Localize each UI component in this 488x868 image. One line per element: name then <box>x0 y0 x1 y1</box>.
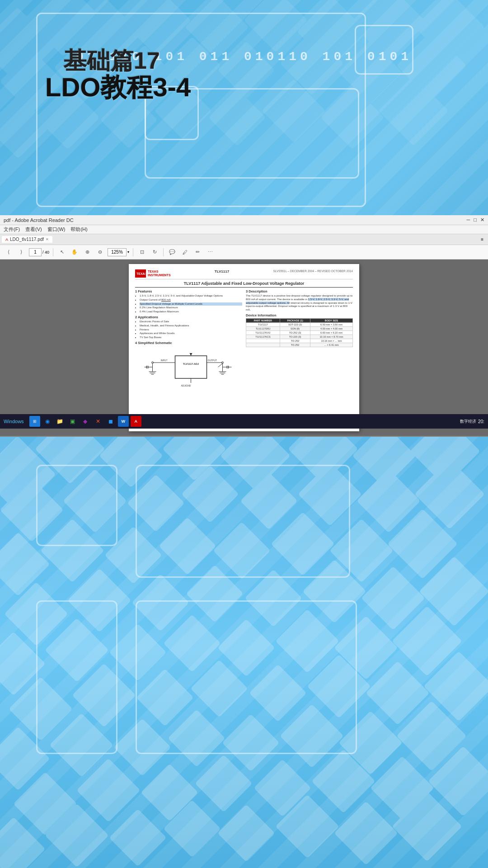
table-row: TLV1117DRJ SON (8) 4.00 mm × 4.00 mm <box>246 326 353 330</box>
table-cell-body-4: 10.16 mm × 8.70 mm <box>310 335 353 339</box>
svg-rect-109 <box>280 704 343 768</box>
svg-rect-27 <box>175 356 207 378</box>
description-heading: 3 Description <box>246 289 353 293</box>
taskbar: Windows ⊞ ◉ 📁 ▣ ◆ ✕ ◼ W A 数字经济 20: <box>0 414 488 429</box>
cursor-tool-btn[interactable]: ↖ <box>57 247 67 257</box>
hand-tool-btn[interactable]: ✋ <box>70 247 80 257</box>
sidebar-toggle-icon[interactable]: ≡ <box>481 237 483 242</box>
svg-text:ADJ/GND: ADJ/GND <box>181 384 191 387</box>
svg-rect-122 <box>109 809 166 866</box>
ti-logo: TEXAS TEXASINSTRUMENTS <box>135 269 171 278</box>
acrobat-titlebar: pdf - Adobe Acrobat Reader DC ─ □ ✕ <box>0 215 488 225</box>
svg-rect-84 <box>244 569 302 627</box>
comment-btn[interactable]: 💬 <box>167 247 177 257</box>
menu-view[interactable]: 查看(V) <box>25 226 42 233</box>
taskbar-time: 20: <box>478 419 484 424</box>
svg-rect-74 <box>104 526 162 584</box>
next-page-btn[interactable]: ⟩ <box>16 247 26 257</box>
zoom-input[interactable] <box>108 248 127 256</box>
table-cell-pkg-4: TO-220 (3) <box>280 335 310 339</box>
page-number-input[interactable] <box>29 248 42 256</box>
svg-text:TLV1117-ADJ: TLV1117-ADJ <box>183 363 199 365</box>
table-cell-part-3: TLV1117KVU <box>246 330 280 335</box>
table-cell-body-1: 6.50 mm × 3.50 mm <box>310 322 353 326</box>
taskbar-icon-explorer[interactable]: 📁 <box>55 416 66 427</box>
features-heading: 1 Features <box>135 289 242 293</box>
table-cell-body-2: 4.00 mm × 4.00 mm <box>310 326 353 330</box>
svg-rect-75 <box>159 517 216 575</box>
svg-rect-77 <box>271 512 334 576</box>
svg-rect-124 <box>217 804 275 862</box>
menu-help[interactable]: 帮助(H) <box>70 226 87 233</box>
schematic-heading: 4 Simplified Schematic <box>135 341 242 345</box>
table-cell-body-5: 10.16 mm × ... mm <box>310 339 353 343</box>
table-header-package: PACKAGE (1) <box>280 318 310 322</box>
taskbar-icon-ie[interactable]: ◉ <box>42 416 53 427</box>
pdf-page: TEXAS TEXASINSTRUMENTS TLV1117 SLVS561L … <box>129 264 359 431</box>
pen-btn[interactable]: ✏ <box>192 247 202 257</box>
acrobat-toolbar: ⟨ ⟩ / 40 ↖ ✋ ⊕ ⊖ ▾ ⊡ ↻ 💬 🖊 ✏ ⋯ <box>0 245 488 259</box>
device-info-table: PART NUMBER PACKAGE (1) BODY SIZE TLV111… <box>246 318 353 347</box>
taskbar-icon-app3[interactable]: ✕ <box>93 416 103 427</box>
pdf-right-column: 3 Description The TLV1117 device is a po… <box>246 289 353 389</box>
fit-page-btn[interactable]: ⊡ <box>137 247 147 257</box>
more-tools-btn[interactable]: ⋯ <box>205 247 215 257</box>
table-header-part: PART NUMBER <box>246 318 280 322</box>
taskbar-icons: ⊞ ◉ 📁 ▣ ◆ ✕ ◼ W A <box>28 416 456 427</box>
pdf-left-column: 1 Features 1.5-V, 1.8-V, 2.5-V, 3.3-V, 5… <box>135 289 242 389</box>
pdf-document-area: TEXAS TEXASINSTRUMENTS TLV1117 SLVS561L … <box>0 259 488 436</box>
taskbar-icon-acrobat[interactable]: A <box>131 416 141 427</box>
svg-rect-100 <box>249 664 306 722</box>
menu-file[interactable]: 文件(F) <box>4 226 20 233</box>
svg-rect-66 <box>127 474 184 532</box>
table-row: TO-252 10.16 mm × ... mm <box>246 339 353 343</box>
feature-item-5: 0.4% Load Regulation Maximum <box>140 310 242 314</box>
taskbar-icon-app1[interactable]: ▣ <box>67 416 78 427</box>
zoom-in-btn[interactable]: ⊕ <box>82 247 92 257</box>
taskbar-icon-windows[interactable]: ⊞ <box>29 416 40 427</box>
pdf-content-columns: 1 Features 1.5-V, 1.8-V, 2.5-V, 3.3-V, 5… <box>135 289 353 389</box>
table-cell-body-6: ... × 6.41 mm <box>310 343 353 347</box>
table-cell-pkg-1: SOT-223 (3) <box>280 322 310 326</box>
applications-heading: 2 Applications <box>135 315 242 319</box>
page-separator: / 40 <box>42 250 49 255</box>
toolbar-divider-3 <box>163 248 164 256</box>
svg-text:OUTPUT: OUTPUT <box>208 359 217 362</box>
schematic-svg: TLV1117-ADJ INPUT <box>135 347 242 387</box>
pdf-page-header: TEXAS TEXASINSTRUMENTS TLV1117 SLVS561L … <box>135 269 353 279</box>
tab-close-icon[interactable]: ✕ <box>46 237 49 241</box>
feature-item-3-highlighted: Specified Dropout Voltage at Multiple Cu… <box>140 302 242 306</box>
feature-item-4: 0.2% Line Regulation Maximum <box>140 306 242 310</box>
pdf-tab[interactable]: A LDO_tlv1117.pdf ✕ <box>2 236 52 243</box>
taskbar-icon-app4[interactable]: ◼ <box>105 416 116 427</box>
minimize-btn[interactable]: ─ <box>467 217 470 223</box>
toolbar-divider-1 <box>53 248 53 256</box>
svg-rect-90 <box>109 623 166 681</box>
zoom-out-btn[interactable]: ⊖ <box>95 247 105 257</box>
highlight-btn[interactable]: 🖊 <box>180 247 190 257</box>
table-header-body: BODY SIZE <box>310 318 353 322</box>
maximize-btn[interactable]: □ <box>474 217 477 223</box>
acrobat-menubar: 文件(F) 查看(V) 窗口(W) 帮助(H) <box>0 225 488 234</box>
table-row: TLV1117 SOT-223 (3) 6.50 mm × 3.50 mm <box>246 322 353 326</box>
zoom-dropdown-icon[interactable]: ▾ <box>127 250 129 254</box>
start-label[interactable]: Windows <box>0 419 28 424</box>
prev-page-btn[interactable]: ⟨ <box>4 247 14 257</box>
app-item-2: Medical, Health, and Fitness Application… <box>140 324 242 328</box>
toolbar-divider-2 <box>133 248 133 256</box>
app-item-1: Electronic Points of Sale <box>140 320 242 324</box>
rotate-btn[interactable]: ↻ <box>150 247 160 257</box>
feature-item-2: Output Current of 800 mA <box>140 298 242 302</box>
taskbar-icon-app2[interactable]: ◆ <box>80 416 91 427</box>
menu-window[interactable]: 窗口(W) <box>47 226 66 233</box>
svg-rect-76 <box>213 522 270 579</box>
svg-text:TEXAS: TEXAS <box>136 272 145 275</box>
bottom-diamond-svg <box>0 429 488 868</box>
table-row: TO-252 ... × 6.41 mm <box>246 343 353 347</box>
table-cell-part-1: TLV1117 <box>246 322 280 326</box>
ti-logo-text: TEXASINSTRUMENTS <box>148 270 171 277</box>
svg-line-47 <box>218 363 223 367</box>
svg-rect-60 <box>220 429 291 491</box>
taskbar-icon-word[interactable]: W <box>118 416 129 427</box>
close-btn[interactable]: ✕ <box>480 217 484 223</box>
